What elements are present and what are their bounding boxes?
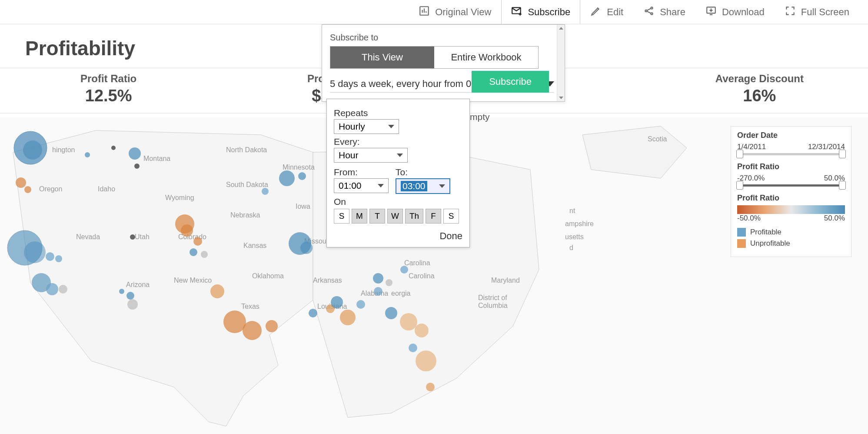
- svg-point-63: [210, 284, 224, 298]
- svg-point-75: [340, 310, 356, 325]
- slider-handle-right[interactable]: [839, 181, 846, 190]
- repeats-select[interactable]: Hourly: [334, 119, 399, 134]
- subscribe-to-label: Subscribe to: [330, 33, 557, 43]
- svg-text:North Dakota: North Dakota: [226, 146, 267, 154]
- toolbar: Original View Subscribe Edit Share Downl…: [0, 0, 868, 24]
- svg-point-62: [127, 299, 138, 310]
- original-view-label: Original View: [435, 7, 491, 18]
- svg-point-54: [130, 234, 135, 240]
- kpi-value: 12.5%: [0, 87, 217, 105]
- svg-point-65: [243, 321, 262, 340]
- bar-chart-icon: [419, 5, 430, 19]
- svg-text:Idaho: Idaho: [98, 185, 115, 193]
- svg-point-4: [651, 13, 652, 14]
- to-label: To:: [396, 167, 450, 177]
- svg-point-71: [300, 242, 313, 254]
- on-label: On: [334, 197, 462, 207]
- svg-text:Carolina: Carolina: [409, 272, 435, 280]
- subscribe-scope-toggle: This View Entire Workbook: [330, 46, 539, 69]
- day-wed[interactable]: W: [387, 209, 403, 224]
- day-fri[interactable]: F: [426, 209, 441, 224]
- svg-text:Carolina: Carolina: [404, 259, 430, 267]
- svg-point-49: [46, 252, 54, 261]
- fullscreen-icon: [785, 5, 796, 19]
- svg-point-60: [126, 292, 134, 300]
- every-value: Hour: [339, 150, 359, 160]
- svg-text:Kansas: Kansas: [243, 242, 266, 249]
- order-date-slider[interactable]: [737, 153, 845, 155]
- day-sat[interactable]: S: [443, 209, 459, 224]
- svg-text:Nevada: Nevada: [76, 233, 100, 240]
- svg-text:Maryland: Maryland: [491, 277, 520, 284]
- chevron-down-icon: [388, 125, 394, 128]
- this-view-toggle[interactable]: This View: [330, 47, 434, 68]
- svg-text:ampshire: ampshire: [565, 220, 594, 227]
- from-value: 01:00: [339, 180, 362, 191]
- color-gradient-bar: [737, 205, 845, 214]
- slider-handle-right[interactable]: [839, 150, 846, 158]
- svg-text:Oregon: Oregon: [39, 185, 62, 193]
- fullscreen-button[interactable]: Full Screen: [775, 0, 859, 24]
- entire-workbook-toggle[interactable]: Entire Workbook: [434, 47, 538, 68]
- day-thu[interactable]: Th: [405, 209, 423, 224]
- chevron-down-icon: [439, 184, 445, 188]
- repeats-label: Repeats: [334, 108, 462, 118]
- chevron-down-icon: [397, 154, 403, 157]
- svg-point-69: [298, 172, 306, 180]
- svg-point-76: [356, 300, 365, 309]
- profit-ratio-legend-title: Profit Ratio: [737, 194, 845, 203]
- slider-handle-left[interactable]: [736, 181, 743, 190]
- profit-ratio-slider[interactable]: [737, 184, 845, 187]
- day-sun[interactable]: S: [334, 209, 349, 224]
- svg-point-59: [201, 251, 208, 258]
- color-swatch-orange: [737, 239, 746, 248]
- download-label: Download: [722, 7, 765, 18]
- subscribe-button[interactable]: Subscribe: [501, 0, 580, 24]
- original-view-button[interactable]: Original View: [409, 0, 501, 24]
- svg-text:Utah: Utah: [135, 233, 150, 240]
- legend-key-profitable[interactable]: Profitable: [737, 228, 845, 237]
- scrollbar[interactable]: [557, 25, 565, 101]
- legend-key-unprofitable[interactable]: Unprofitable: [737, 239, 845, 248]
- svg-point-57: [193, 237, 202, 246]
- day-tue[interactable]: T: [369, 209, 385, 224]
- share-icon: [643, 5, 655, 19]
- day-mon[interactable]: M: [352, 209, 367, 224]
- svg-text:Texas: Texas: [241, 303, 259, 310]
- svg-text:Montana: Montana: [143, 155, 170, 162]
- edit-button[interactable]: Edit: [580, 0, 633, 24]
- download-button[interactable]: Download: [695, 0, 775, 24]
- share-button[interactable]: Share: [633, 0, 695, 24]
- empty-condition-label: mpty: [470, 112, 490, 122]
- svg-text:Iowa: Iowa: [296, 203, 310, 210]
- svg-point-78: [373, 273, 383, 284]
- from-time-select[interactable]: 01:00: [334, 178, 389, 193]
- every-select[interactable]: Hour: [334, 148, 408, 163]
- svg-point-44: [111, 146, 116, 150]
- slider-handle-left[interactable]: [736, 150, 743, 158]
- subscribe-submit-button[interactable]: Subscribe: [472, 71, 549, 93]
- done-button[interactable]: Done: [334, 230, 462, 242]
- legend-key-label: Profitable: [750, 228, 782, 237]
- repeats-value: Hourly: [339, 121, 365, 132]
- edit-label: Edit: [607, 7, 623, 18]
- svg-point-50: [55, 255, 62, 262]
- to-time-select[interactable]: 03:00: [396, 178, 450, 194]
- svg-text:Wyoming: Wyoming: [165, 194, 194, 201]
- legend-key-label: Unprofitable: [750, 239, 790, 248]
- fullscreen-label: Full Screen: [801, 7, 849, 18]
- svg-point-72: [309, 309, 317, 317]
- svg-point-86: [426, 383, 435, 391]
- kpi-profit-ratio: Profit Ratio 12.5%: [0, 68, 217, 113]
- svg-point-83: [415, 324, 429, 337]
- svg-text:usetts: usetts: [565, 233, 584, 240]
- svg-point-53: [59, 285, 67, 294]
- svg-point-45: [129, 147, 141, 160]
- svg-text:Oklahoma: Oklahoma: [252, 272, 284, 280]
- svg-text:nt: nt: [569, 207, 575, 214]
- share-label: Share: [660, 7, 685, 18]
- svg-point-48: [24, 241, 46, 263]
- gradient-min: -50.0%: [737, 214, 761, 223]
- svg-point-84: [409, 344, 417, 352]
- from-label: From:: [334, 167, 389, 177]
